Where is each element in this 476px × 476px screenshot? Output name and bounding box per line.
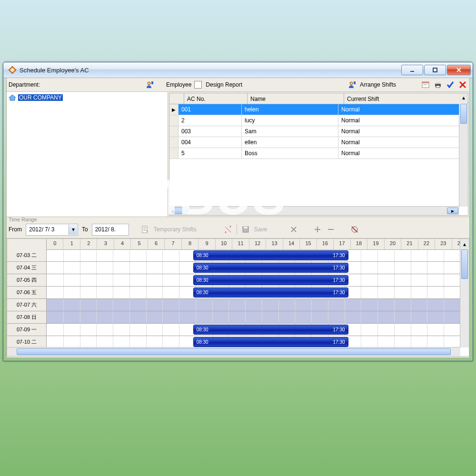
hour-header-cell: 14 (283, 239, 300, 249)
to-date-picker[interactable]: 2012/ 8. (92, 224, 129, 236)
grid-row[interactable]: 004ellenNormal (169, 137, 468, 148)
shift-bar[interactable]: 08:3017:30 (193, 275, 348, 285)
temporary-shifts-label[interactable]: Temporary Shifts (154, 226, 197, 233)
schedule-row[interactable]: 07-10 二08:3017:30 (7, 336, 460, 347)
schedule-chart[interactable]: 0123456789101112131415161718192021222324… (7, 238, 469, 357)
tree-root-item[interactable]: OUR COMPANY (9, 94, 166, 101)
shift-bar[interactable]: 08:3017:30 (193, 325, 348, 335)
design-report-checkbox[interactable] (194, 81, 202, 89)
calendar-icon[interactable] (421, 80, 430, 89)
hour-header-cell: 9 (198, 239, 215, 249)
grid-row[interactable]: 001helenNormal (169, 104, 468, 115)
last-toolbar-icon[interactable] (350, 225, 359, 234)
hour-header-cell: 10 (216, 239, 232, 249)
arrange-shifts-label[interactable]: Arrange Shifts (360, 81, 396, 88)
schedule-row-track[interactable]: 08:3017:30 (47, 287, 460, 298)
cell-name: lucy (242, 115, 338, 126)
cell-shift: Normal (338, 137, 468, 148)
close-button[interactable] (447, 65, 471, 75)
schedule-row[interactable]: 07-04 三08:3017:30 (7, 262, 460, 274)
shift-bar[interactable]: 08:3017:30 (193, 250, 348, 260)
schedule-row[interactable]: 07-08 日 (7, 311, 460, 324)
schedule-vscroll-thumb[interactable] (461, 249, 468, 279)
hour-header-cell: 19 (367, 239, 384, 249)
grid-row[interactable]: 5BossNormal (169, 148, 468, 159)
shift-bar[interactable]: 08:3017:30 (193, 288, 348, 298)
cell-name: Sam (242, 126, 338, 137)
save-label[interactable]: Save (254, 226, 267, 233)
department-person-icon[interactable] (145, 80, 155, 89)
svg-point-4 (148, 82, 150, 85)
schedule-row-track[interactable] (47, 311, 460, 323)
minus-icon[interactable] (326, 225, 336, 234)
schedule-row-label: 07-08 日 (7, 311, 47, 323)
schedule-vertical-scrollbar[interactable] (460, 249, 469, 347)
hour-header-cell: 15 (300, 239, 317, 249)
schedule-row-track[interactable]: 08:3017:30 (47, 262, 460, 274)
grid-row[interactable]: 003SamNormal (169, 126, 468, 137)
scroll-up-arrow[interactable]: ▴ (459, 93, 468, 102)
shift-start-label: 08:30 (197, 339, 208, 345)
schedule-row-track[interactable]: 08:3017:30 (47, 336, 460, 347)
col-ac-no[interactable]: AC No. (184, 93, 248, 104)
hour-header-cell: 11 (232, 239, 249, 249)
plus-icon[interactable] (313, 225, 322, 234)
grid-horizontal-scrollbar[interactable]: ◂ ▸ (169, 206, 459, 215)
save-icon[interactable] (241, 225, 250, 234)
schedule-horizontal-scrollbar[interactable] (7, 347, 460, 356)
from-date-picker[interactable]: 2012/ 7/ 3 ▾ (26, 224, 78, 236)
col-name[interactable]: Name (248, 93, 344, 104)
hour-header-cell: 1 (63, 239, 80, 249)
to-label: To (82, 226, 88, 233)
schedule-scroll-up-icon[interactable]: ▴ (460, 239, 469, 249)
schedule-row-label: 07-04 三 (7, 262, 47, 274)
svg-rect-3 (433, 68, 437, 72)
maximize-button[interactable] (424, 65, 446, 75)
hour-header-cell: 23 (435, 239, 452, 249)
cut-shift-icon[interactable] (223, 225, 233, 234)
schedule-row[interactable]: 07-09 一08:3017:30 (7, 324, 460, 336)
schedule-row[interactable]: 07-06 五08:3017:30 (7, 287, 460, 299)
department-label: Department: (9, 81, 40, 88)
client-area: Department: Employee Design Report Arran… (6, 78, 470, 358)
delete-x-icon[interactable] (289, 225, 298, 234)
col-current-shift[interactable]: Current Shift (344, 93, 468, 104)
from-date-dropdown-icon[interactable]: ▾ (69, 225, 77, 235)
hour-header-cell: 3 (97, 239, 114, 249)
shift-end-label: 17:30 (333, 339, 345, 345)
arrange-shifts-person-icon[interactable] (347, 80, 357, 89)
minimize-button[interactable] (401, 65, 423, 75)
schedule-row[interactable]: 07-03 二08:3017:30 (7, 249, 460, 262)
shift-end-label: 17:30 (333, 278, 345, 283)
temporary-shifts-icon[interactable] (140, 225, 150, 234)
printer-icon[interactable] (433, 80, 443, 89)
grid-row[interactable]: 2lucyNormal (169, 115, 468, 126)
schedule-row-track[interactable]: 08:3017:30 (47, 249, 460, 261)
hour-header-cell: 2 (80, 239, 97, 249)
shift-start-label: 08:30 (197, 290, 208, 295)
grid-hscroll-left-arrow[interactable]: ◂ (170, 208, 188, 214)
svg-marker-15 (9, 95, 16, 100)
schedule-row[interactable]: 07-05 四08:3017:30 (7, 274, 460, 287)
department-tree[interactable]: OUR COMPANY (7, 92, 168, 217)
shift-bar[interactable]: 08:3017:30 (193, 263, 348, 273)
schedule-row-track[interactable] (47, 299, 460, 311)
hour-header-cell: 6 (148, 239, 165, 249)
grid-hscroll-right-arrow[interactable]: ▸ (447, 208, 458, 214)
employee-grid[interactable]: AC No. Name Current Shift 001helenNormal… (169, 93, 468, 216)
cancel-x-icon[interactable] (458, 80, 467, 89)
cell-ac-no: 003 (178, 126, 242, 137)
from-date-value: 2012/ 7/ 3 (29, 226, 54, 233)
cell-shift: Normal (338, 104, 468, 115)
grid-vertical-scrollbar[interactable]: ▴ (459, 104, 468, 207)
design-report-label: Design Report (206, 81, 242, 88)
shift-bar[interactable]: 08:3017:30 (193, 337, 348, 347)
grid-vscroll-thumb[interactable] (460, 104, 467, 124)
confirm-check-icon[interactable] (446, 80, 455, 89)
schedule-row-track[interactable]: 08:3017:30 (47, 324, 460, 336)
schedule-hscroll-thumb[interactable] (17, 348, 451, 355)
schedule-row[interactable]: 07-07 六 (7, 299, 460, 311)
schedule-row-track[interactable]: 08:3017:30 (47, 274, 460, 286)
house-icon (9, 94, 16, 101)
titlebar[interactable]: Schedule Employee's AC (3, 62, 473, 78)
